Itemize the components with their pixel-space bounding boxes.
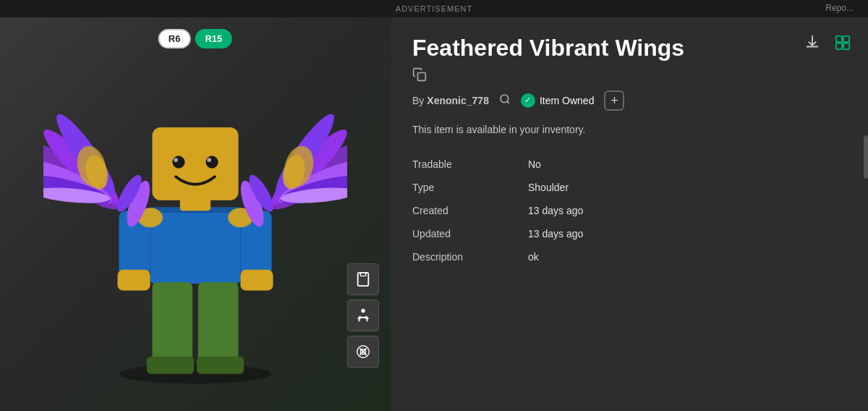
shirt-button[interactable] bbox=[347, 263, 379, 295]
svg-point-28 bbox=[205, 156, 218, 168]
svg-rect-52 bbox=[836, 43, 842, 49]
report-link[interactable]: Repo... bbox=[825, 3, 854, 13]
creator-search-icon[interactable] bbox=[499, 93, 511, 107]
svg-rect-31 bbox=[198, 282, 239, 365]
detail-label: Type bbox=[412, 176, 528, 199]
svg-rect-53 bbox=[418, 72, 426, 80]
table-row: Tradable No bbox=[412, 153, 846, 176]
creator-name[interactable]: Xenonic_778 bbox=[427, 95, 489, 106]
svg-rect-22 bbox=[240, 270, 273, 291]
download-button[interactable] bbox=[801, 32, 823, 57]
detail-value: No bbox=[528, 153, 846, 176]
add-to-collection-button[interactable]: + bbox=[604, 90, 624, 111]
svg-rect-21 bbox=[117, 270, 150, 291]
svg-point-54 bbox=[501, 95, 509, 103]
table-row: Created 13 days ago bbox=[412, 199, 846, 222]
detail-value: ok bbox=[528, 245, 846, 268]
by-label: By bbox=[412, 95, 424, 106]
table-row: Description ok bbox=[412, 245, 846, 268]
detail-value: Shoulder bbox=[528, 176, 846, 199]
detail-label: Updated bbox=[412, 222, 528, 245]
svg-rect-49 bbox=[836, 36, 842, 42]
svg-point-29 bbox=[207, 158, 211, 162]
svg-line-55 bbox=[507, 101, 509, 103]
svg-point-42 bbox=[361, 309, 365, 313]
item-details-panel: Feathered Vibrant Wings By Xenonic_778 bbox=[391, 17, 868, 411]
meta-row: By Xenonic_778 ✓ Item Owned + bbox=[412, 90, 846, 111]
character-button[interactable] bbox=[347, 300, 379, 331]
customize-button[interactable] bbox=[832, 32, 854, 57]
svg-rect-50 bbox=[843, 36, 849, 42]
advertisement-label: ADVERTISEMENT bbox=[396, 4, 472, 13]
svg-rect-51 bbox=[843, 43, 849, 49]
svg-rect-25 bbox=[152, 127, 238, 145]
advertisement-bar: ADVERTISEMENT bbox=[0, 0, 868, 17]
svg-rect-32 bbox=[147, 357, 194, 374]
svg-rect-30 bbox=[152, 282, 192, 365]
svg-point-0 bbox=[119, 364, 271, 384]
svg-point-26 bbox=[172, 156, 184, 168]
inventory-text: This item is available in your inventory… bbox=[412, 124, 846, 135]
details-table: Tradable No Type Shoulder Created 13 day… bbox=[412, 153, 846, 268]
copy-icon[interactable] bbox=[412, 67, 428, 83]
detail-value: 13 days ago bbox=[528, 222, 846, 245]
svg-rect-17 bbox=[150, 207, 241, 284]
top-right-icons bbox=[801, 32, 854, 57]
svg-rect-33 bbox=[197, 357, 244, 374]
item-owned-label: Item Owned bbox=[540, 95, 594, 106]
svg-point-27 bbox=[174, 158, 178, 162]
avatar-preview-panel: R6 R15 bbox=[0, 17, 391, 411]
detail-label: Tradable bbox=[412, 153, 528, 176]
table-row: Updated 13 days ago bbox=[412, 222, 846, 245]
detail-value: 13 days ago bbox=[528, 199, 846, 222]
detail-label: Created bbox=[412, 199, 528, 222]
scroll-handle[interactable] bbox=[864, 135, 868, 179]
item-owned-badge: ✓ Item Owned bbox=[521, 93, 594, 108]
avatar-area bbox=[0, 17, 391, 411]
table-row: Type Shoulder bbox=[412, 176, 846, 199]
settings-button[interactable] bbox=[347, 336, 379, 368]
copy-icon-row bbox=[412, 67, 846, 83]
detail-label: Description bbox=[412, 245, 528, 268]
svg-rect-40 bbox=[358, 273, 369, 286]
side-buttons bbox=[347, 263, 379, 368]
green-check-icon: ✓ bbox=[521, 93, 535, 108]
item-title: Feathered Vibrant Wings bbox=[412, 35, 846, 62]
